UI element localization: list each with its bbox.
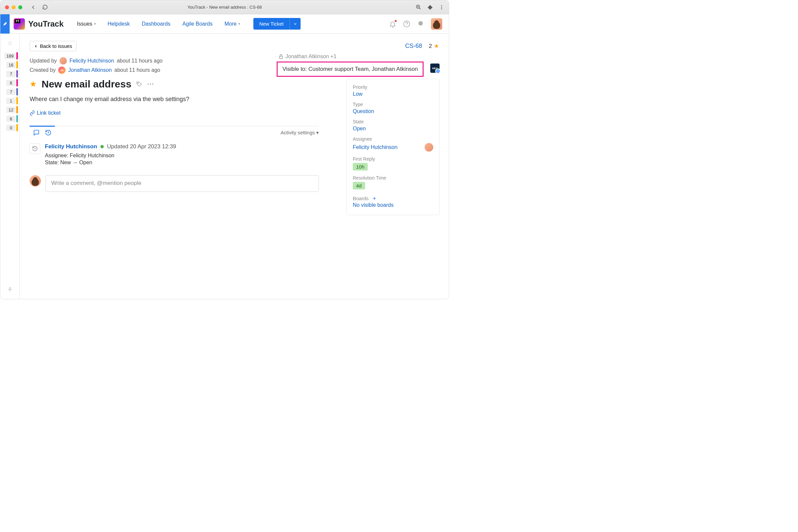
tag-icon[interactable] [136,81,142,88]
issue-content: Back to issues CS-68 2 ★ Updated by Feli… [20,34,449,299]
comment-input[interactable]: Write a comment, @mention people [45,175,319,192]
rail-color-bar [16,79,18,87]
rail-count: 6 [6,80,16,86]
current-user-avatar [30,175,41,187]
svg-rect-5 [279,56,282,58]
new-ticket-button[interactable]: New Ticket [253,18,290,30]
nav-agile-boards[interactable]: Agile Boards [183,21,213,27]
top-nav: YouTrack Issues▾ Helpdesk Dashboards Agi… [0,14,449,34]
activity-change-line: Assignee: Felicity Hutchinson [45,153,319,158]
star-icon: ★ [434,42,439,50]
chevron-down-icon: ▾ [239,22,240,25]
rail-filter-badge[interactable]: 6 [6,79,18,87]
activity-time: Updated 20 Apr 2023 12:39 [107,143,176,150]
back-to-issues-button[interactable]: Back to issues [30,41,76,51]
field-type[interactable]: Type Question [353,102,433,114]
created-by-user[interactable]: Jonathan Atkinson [68,67,112,73]
nav-helpdesk[interactable]: Helpdesk [108,21,130,27]
browser-title: YouTrack - New email address : CS-68 [188,5,262,10]
feather-icon[interactable] [0,14,10,34]
avatar-icon [58,66,65,74]
issue-id[interactable]: CS-68 [405,42,422,50]
rail-color-bar [16,106,18,113]
svg-point-1 [441,5,442,6]
rail-filter-badge[interactable]: 6 [6,115,18,122]
help-icon[interactable] [403,20,410,27]
traffic-lights [5,5,22,9]
browser-extensions-icon[interactable] [427,4,433,10]
rail-color-bar [16,88,18,95]
window-minimize[interactable] [12,5,16,9]
svg-point-6 [138,82,139,83]
field-resolution-time[interactable]: Resolution Time 4d [353,175,433,190]
assignee-avatar-icon [424,143,433,152]
watchers[interactable]: Jonathan Atkinson +1 [278,54,337,59]
history-tab[interactable] [45,129,52,136]
activity-user[interactable]: Felicity Hutchinson [45,143,97,150]
field-boards[interactable]: Boards ＋ No visible boards [353,194,433,208]
rail-filter-badge[interactable]: 16 [6,61,18,69]
nav-issues[interactable]: Issues▾ [77,21,95,27]
browser-back-icon[interactable] [30,4,36,10]
rail-count: 6 [6,116,16,122]
browser-zoom-icon[interactable] [416,4,421,10]
notifications-icon[interactable] [389,20,396,27]
nav-dashboards[interactable]: Dashboards [141,21,170,27]
created-time: about 11 hours ago [114,67,160,73]
rail-count: 1 [6,98,16,104]
chevron-down-icon: ▾ [94,22,96,25]
comments-tab[interactable] [33,129,40,136]
product-logo[interactable]: YouTrack [14,18,63,30]
rail-filter-badge[interactable]: 1 [6,97,18,104]
project-chip[interactable]: HEC [430,63,440,73]
notification-badge [394,20,397,22]
new-ticket-dropdown[interactable] [290,18,301,30]
left-rail: ☆ 1891676711260 [0,34,20,299]
activity-settings[interactable]: Activity settings ▾ [281,127,319,136]
rail-color-bar [16,124,18,131]
lock-icon [278,54,284,59]
field-priority[interactable]: Priority Low [353,84,433,97]
browser-reload-icon[interactable] [42,4,48,10]
chevron-down-icon: ▾ [316,130,319,136]
rail-color-bar [16,52,18,59]
updated-by-user[interactable]: Felicity Hutchinson [70,58,114,64]
field-first-reply[interactable]: First Reply 10h [353,156,433,171]
window-close[interactable] [5,5,9,9]
add-board-icon[interactable]: ＋ [372,194,377,202]
activity-change-line: State: New → Open [45,159,319,166]
rail-count: 7 [6,71,16,77]
settings-icon[interactable] [417,20,424,27]
rail-color-bar [16,97,18,104]
rail-color-bar [16,115,18,122]
back-label: Back to issues [40,43,72,49]
field-assignee[interactable]: Assignee Felicity Hutchinson [353,136,433,152]
rail-count: 7 [6,89,16,95]
star-icon[interactable]: ★ [30,79,37,89]
more-actions-icon[interactable]: ••• [147,81,154,87]
rail-filter-badge[interactable]: 7 [6,70,18,77]
rail-filter-badge[interactable]: 189 [4,52,18,59]
product-name: YouTrack [28,19,63,28]
online-indicator-icon [100,145,104,148]
rail-filter-badge[interactable]: 7 [6,88,18,95]
avatar-icon [59,57,67,64]
window-maximize[interactable] [18,5,22,9]
rail-filter-badge[interactable]: 12 [6,106,18,113]
rail-count: 16 [6,62,16,68]
browser-menu-icon[interactable] [439,4,444,10]
pin-icon[interactable] [7,287,13,293]
field-state[interactable]: State Open [353,119,433,132]
issue-title: New email address [41,78,131,90]
issue-sidebar: Priority Low Type Question State Open As… [346,79,440,215]
activity-entry: Felicity Hutchinson Updated 20 Apr 2023 … [30,143,319,167]
star-outline-icon[interactable]: ☆ [7,40,13,47]
visible-to-callout: Visible to: Customer support Team, Jonat… [277,61,424,77]
browser-chrome: YouTrack - New email address : CS-68 [0,0,449,14]
rail-color-bar [16,70,18,77]
nav-more[interactable]: More ▾ [225,21,240,27]
star-count[interactable]: 2 ★ [429,42,439,50]
youtrack-logo-icon [14,18,25,30]
user-avatar[interactable] [431,18,442,30]
rail-filter-badge[interactable]: 0 [6,124,18,131]
